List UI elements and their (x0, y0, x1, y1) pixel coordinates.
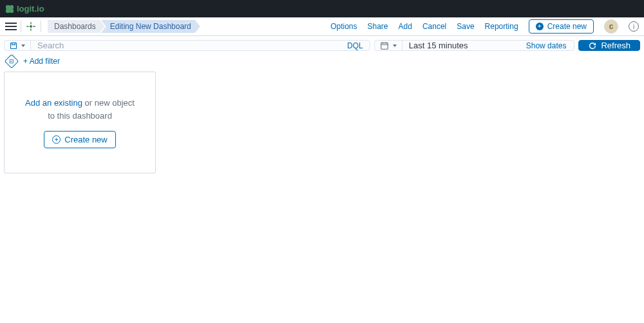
create-new-button[interactable]: + Create new (529, 19, 594, 34)
breadcrumb-dashboards[interactable]: Dashboards (48, 20, 105, 33)
breadcrumb-label: Editing New Dashboard (110, 22, 191, 31)
share-link[interactable]: Share (367, 22, 388, 31)
saved-query-button[interactable] (5, 41, 31, 50)
time-range-label: Last 15 minutes (409, 41, 468, 50)
calendar-button[interactable] (375, 41, 402, 50)
plus-circle-icon: + (536, 23, 544, 30)
plus-circle-outline-icon: + (52, 135, 61, 144)
svg-rect-3 (381, 43, 388, 49)
empty-text-part: or new object (82, 98, 135, 108)
refresh-label: Refresh (601, 41, 630, 50)
cancel-link[interactable]: Cancel (422, 22, 446, 31)
breadcrumb: Dashboards Editing New Dashboard (48, 20, 200, 33)
filter-options-button[interactable]: ⊟ (5, 54, 19, 69)
show-dates-label: Show dates (526, 41, 567, 50)
save-link[interactable]: Save (457, 22, 474, 31)
breadcrumb-editing[interactable]: Editing New Dashboard (101, 20, 200, 33)
header-actions: Options Share Add Cancel Save Reporting … (330, 19, 639, 34)
disk-icon (10, 42, 17, 50)
app-home-icon[interactable] (25, 21, 37, 32)
options-link[interactable]: Options (330, 22, 357, 31)
brand-name: logit.io (17, 4, 44, 14)
show-dates-link[interactable]: Show dates (518, 41, 574, 50)
create-new-label: Create new (547, 22, 587, 31)
time-range-display[interactable]: Last 15 minutes (402, 41, 518, 50)
divider (21, 21, 21, 32)
dql-toggle[interactable]: DQL (341, 41, 370, 50)
empty-panel-text: Add an existing or new object to this da… (25, 97, 135, 122)
calendar-icon (380, 41, 389, 50)
add-filter-link[interactable]: + Add filter (23, 57, 60, 66)
search-input[interactable] (31, 41, 341, 50)
refresh-button[interactable]: Refresh (578, 40, 640, 51)
brand-logo[interactable]: logit.io (5, 4, 44, 14)
help-icon[interactable]: i (629, 21, 639, 32)
reporting-link[interactable]: Reporting (485, 22, 518, 31)
chevron-down-icon (393, 44, 397, 47)
brand-bar: logit.io (0, 0, 644, 17)
avatar-initial: c (609, 22, 614, 31)
svg-point-0 (30, 25, 32, 28)
refresh-icon (588, 41, 597, 50)
svg-rect-2 (12, 43, 15, 44)
empty-panel[interactable]: Add an existing or new object to this da… (4, 72, 156, 173)
add-existing-link[interactable]: Add an existing (25, 98, 82, 108)
dashboard-canvas: Add an existing or new object to this da… (0, 72, 644, 173)
add-link[interactable]: Add (399, 22, 412, 31)
filter-row: ⊟ + Add filter (0, 55, 644, 72)
avatar[interactable]: c (604, 19, 618, 34)
chevron-down-icon (21, 44, 25, 47)
panel-create-label: Create new (64, 135, 107, 144)
logit-icon (5, 5, 14, 14)
time-group: Last 15 minutes Show dates (374, 40, 575, 51)
header-bar: Dashboards Editing New Dashboard Options… (0, 17, 644, 36)
svg-rect-1 (11, 43, 17, 48)
menu-icon[interactable] (5, 21, 17, 32)
empty-text-part: to this dashboard (48, 111, 112, 121)
search-group: DQL (4, 40, 370, 51)
divider (41, 21, 41, 32)
dql-label: DQL (347, 41, 363, 50)
panel-create-new-button[interactable]: + Create new (44, 131, 115, 148)
query-bar: DQL Last 15 minutes Show dates Refresh (0, 36, 644, 55)
filter-icon: ⊟ (9, 59, 14, 64)
breadcrumb-label: Dashboards (54, 22, 96, 31)
